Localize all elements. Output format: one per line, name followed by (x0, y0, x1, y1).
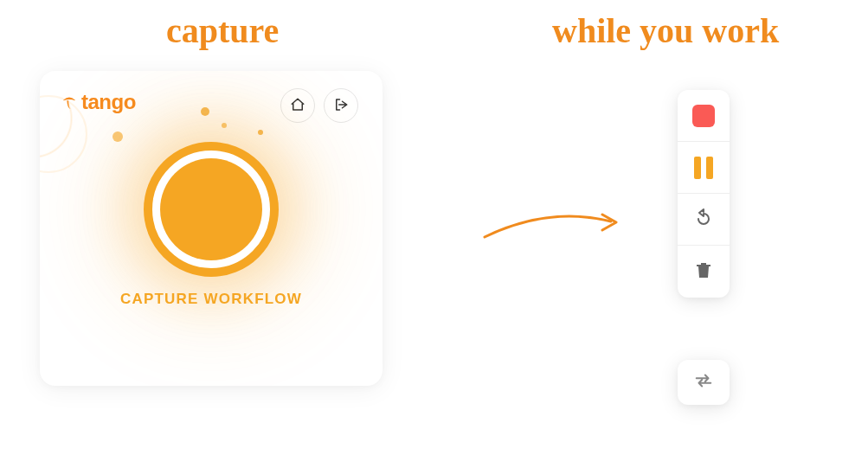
capture-record-button[interactable] (144, 142, 279, 277)
home-icon (290, 97, 305, 115)
recording-toolbar (678, 90, 730, 298)
decorative-dot (222, 123, 227, 128)
stop-button[interactable] (678, 90, 730, 142)
swap-button[interactable] (678, 360, 730, 405)
exit-button[interactable] (324, 88, 358, 123)
undo-icon (693, 208, 714, 232)
logo-text: tango (81, 90, 136, 114)
pause-icon (694, 157, 713, 179)
exit-icon (333, 97, 349, 115)
decorative-dot (201, 107, 209, 116)
logo: tango (61, 90, 136, 114)
decorative-dot (258, 130, 263, 135)
heading-while-you-work: while you work (552, 10, 779, 51)
pause-button[interactable] (678, 142, 730, 194)
record-icon (160, 158, 262, 260)
trash-icon (693, 260, 714, 284)
capture-label: CAPTURE WORKFLOW (40, 291, 383, 308)
undo-button[interactable] (678, 194, 730, 246)
home-button[interactable] (280, 88, 315, 123)
stop-icon (692, 105, 715, 127)
tango-logo-icon (61, 93, 78, 111)
capture-card: tango CAPTURE WORKFLOW (40, 71, 383, 386)
swap-icon (694, 371, 713, 394)
arrow-icon (479, 197, 627, 249)
delete-button[interactable] (678, 246, 730, 298)
decorative-dot (113, 131, 123, 142)
heading-capture: capture (166, 10, 279, 51)
